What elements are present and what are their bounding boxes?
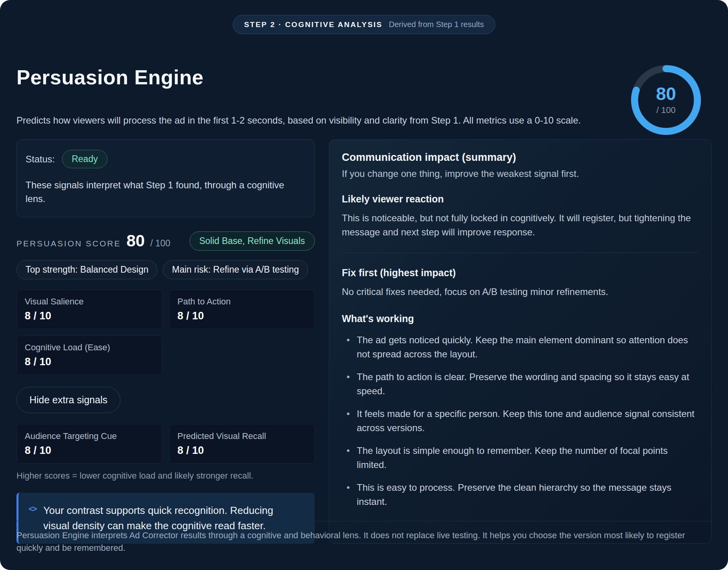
- persuasion-engine-panel: STEP 2 · COGNITIVE ANALYSIS Derived from…: [0, 0, 728, 570]
- metric-label: Path to Action: [177, 297, 307, 307]
- metric-card-visual-salience: Visual Salience 8 / 10: [16, 290, 162, 329]
- metric-label: Visual Salience: [25, 297, 154, 307]
- fix-first-body: No critical fixes needed, focus on A/B t…: [342, 285, 699, 299]
- status-ready-badge: Ready: [62, 150, 108, 168]
- whats-working-list: The ad gets noticed quickly. Keep the ma…: [342, 333, 699, 509]
- metric-card-cognitive-load: Cognitive Load (Ease) 8 / 10: [16, 335, 162, 375]
- metric-label: Cognitive Load (Ease): [25, 342, 154, 353]
- chip-top-strength: Top strength: Balanced Design: [16, 260, 157, 279]
- metric-value: 8 / 10: [25, 310, 154, 322]
- page-description: Predicts how viewers will process the ad…: [16, 114, 601, 127]
- score-gauge: 80 / 100: [628, 62, 704, 138]
- working-item: The path to action is clear. Preserve th…: [342, 370, 699, 398]
- status-card: Status: Ready These signals interpret wh…: [16, 139, 315, 217]
- metric-card-audience-targeting: Audience Targeting Cue 8 / 10: [16, 424, 162, 464]
- verdict-badge: Solid Base, Refine Visuals: [190, 231, 315, 251]
- status-note: These signals interpret what Step 1 foun…: [26, 178, 306, 206]
- summary-subtitle: If you change one thing, improve the wea…: [342, 168, 699, 179]
- viewer-reaction-body: This is noticeable, but not fully locked…: [342, 211, 699, 239]
- communication-impact-panel: Communication impact (summary) If you ch…: [329, 139, 712, 544]
- working-item: This is easy to process. Preserve the cl…: [342, 481, 699, 509]
- footer-disclaimer: Persuasion Engine interprets Ad Correcto…: [16, 529, 712, 554]
- metric-label: Audience Targeting Cue: [25, 431, 154, 441]
- working-item: The layout is simple enough to remember.…: [342, 444, 699, 472]
- metric-value: 8 / 10: [25, 356, 154, 368]
- persuasion-score-label: PERSUASION SCORE: [16, 239, 121, 248]
- gauge-score-max: / 100: [657, 105, 676, 115]
- working-item: The ad gets noticed quickly. Keep the ma…: [342, 333, 699, 361]
- gauge-score-value: 80: [656, 85, 676, 103]
- hide-extra-signals-button[interactable]: Hide extra signals: [16, 387, 120, 413]
- step-badge-sublabel: Derived from Step 1 results: [389, 20, 484, 29]
- step-badge-label: STEP 2 · COGNITIVE ANALYSIS: [244, 20, 383, 29]
- metrics-caption: Higher scores = lower cognitive load and…: [16, 471, 315, 481]
- summary-title: Communication impact (summary): [342, 151, 699, 164]
- summary-divider: [342, 253, 699, 253]
- metric-card-visual-recall: Predicted Visual Recall 8 / 10: [169, 424, 315, 464]
- signals-column: Status: Ready These signals interpret wh…: [16, 139, 315, 544]
- metric-card-path-to-action: Path to Action 8 / 10: [169, 290, 315, 329]
- persuasion-score-value: 80: [126, 231, 145, 250]
- whats-working-heading: What's working: [342, 313, 699, 324]
- metric-value: 8 / 10: [177, 444, 307, 457]
- viewer-reaction-heading: Likely viewer reaction: [342, 193, 699, 205]
- step-badge: STEP 2 · COGNITIVE ANALYSIS Derived from…: [233, 15, 495, 34]
- metric-label: Predicted Visual Recall: [177, 431, 307, 441]
- extra-metrics-grid: Audience Targeting Cue 8 / 10 Predicted …: [16, 424, 315, 464]
- persuasion-score-max: / 100: [150, 238, 170, 249]
- fix-first-heading: Fix first (highest impact): [342, 267, 699, 279]
- footer: Persuasion Engine interprets Ad Correcto…: [16, 521, 712, 570]
- page-title: Persuasion Engine: [16, 66, 712, 89]
- primary-metrics-grid: Visual Salience 8 / 10 Path to Action 8 …: [16, 290, 315, 375]
- metric-value: 8 / 10: [177, 310, 307, 322]
- working-item: It feels made for a specific person. Kee…: [342, 407, 699, 435]
- chip-main-risk: Main risk: Refine via A/B testing: [163, 260, 308, 279]
- metric-value: 8 / 10: [25, 444, 154, 457]
- status-label: Status:: [26, 154, 55, 165]
